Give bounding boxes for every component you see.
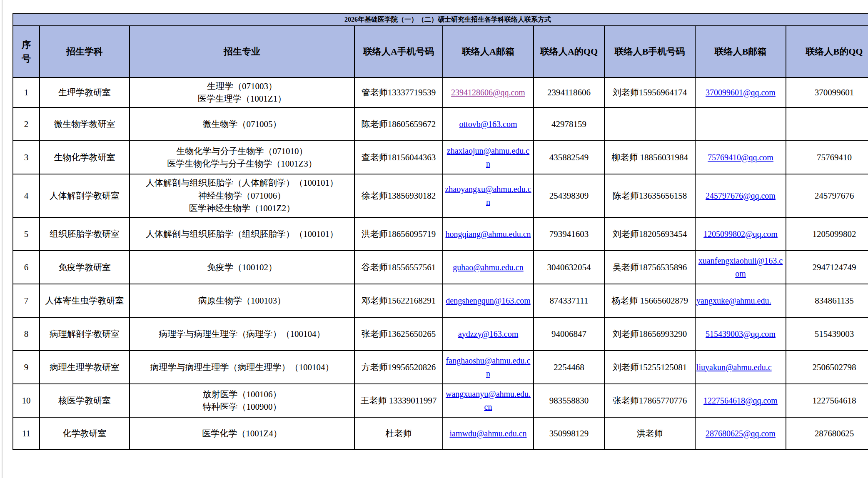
contact-a-qq-cell: 350998129 <box>534 417 604 450</box>
contact-b-phone-cell: 刘老师18656993290 <box>604 317 695 351</box>
contact-b-email-cell: liuyakun@ahmu.edu.c <box>695 351 786 384</box>
email-link[interactable]: zhaoyangxu@ahmu.edu.cn <box>445 184 531 207</box>
major-line: 生物化学与分子生物学（071010） <box>132 145 352 157</box>
email-link[interactable]: ottovb@163.com <box>459 120 517 129</box>
row-number-cell: 1 <box>13 77 40 107</box>
row-number-cell: 9 <box>13 351 40 384</box>
contact-b-email-cell: 287680625@qq.com <box>695 417 786 450</box>
major-line: 医学神经生物学（1001Z2） <box>132 202 352 214</box>
contact-b-qq-cell: 2506502798 <box>786 351 868 384</box>
contact-b-phone-cell: 柳老师 18856031984 <box>604 141 695 174</box>
contact-b-phone-cell: 杨老师 15665602879 <box>604 284 695 317</box>
contact-a-qq-cell: 983558830 <box>534 384 604 417</box>
table-row: 11化学教研室医学化学（1001Z4）杜老师iamwdu@ahmu.edu.cn… <box>13 417 868 450</box>
table-row: 7人体寄生虫学教研室病原生物学（100103）邓老师15622168291den… <box>13 284 868 317</box>
contact-a-email-cell: 2394128606@qq.com <box>443 77 534 107</box>
major-line: 人体解剖与组织胚胎学（人体解剖学）（100101） <box>132 177 352 189</box>
contact-a-qq-cell: 3040632054 <box>534 251 604 284</box>
major-cell: 医学化学（1001Z4） <box>130 417 354 450</box>
table-row: 10核医学教研室放射医学（100106）特种医学（100900）王老师 1333… <box>13 384 868 417</box>
contact-b-qq-cell: 515439003 <box>786 317 868 351</box>
major-cell: 放射医学（100106）特种医学（100900） <box>130 384 354 417</box>
email-link[interactable]: 245797676@qq.com <box>706 191 776 200</box>
email-link[interactable]: 370099601@qq.com <box>706 88 776 97</box>
contact-a-qq-cell: 254398309 <box>534 174 604 217</box>
email-link[interactable]: dengshengqun@163.com <box>446 296 530 305</box>
email-link[interactable]: iamwdu@ahmu.edu.cn <box>449 429 526 438</box>
discipline-cell: 病理生理学教研室 <box>40 351 130 384</box>
email-link[interactable]: 2394128606@qq.com <box>451 88 525 97</box>
contact-a-qq-cell: 94006847 <box>534 317 604 351</box>
column-header-row: 序号 招生学科 招生专业 联络人A手机号码 联络人A邮箱 联络人A的QQ 联络人… <box>13 26 868 77</box>
email-link[interactable]: fanghaoshu@ahmu.edu.cn <box>446 356 531 378</box>
contact-b-email-cell: yangxuke@ahmu.edu. <box>695 284 786 317</box>
major-cell: 生理学（071003）医学生理学（1001Z1） <box>130 77 354 107</box>
contact-a-qq-cell: 2394118606 <box>534 77 604 107</box>
major-line: 免疫学（100102） <box>132 261 352 274</box>
contact-b-qq-cell <box>786 107 868 141</box>
email-link[interactable]: aydzzy@163.com <box>458 329 518 339</box>
contact-b-qq-cell: 2947124749 <box>786 251 868 284</box>
email-link[interactable]: wangxuanyu@ahmu.edu.cn <box>446 389 531 411</box>
major-cell: 人体解剖与组织胚胎学（人体解剖学）（100101）神经生物学（071006）医学… <box>130 174 354 217</box>
contact-a-email-cell: aydzzy@163.com <box>443 317 534 351</box>
email-link[interactable]: 287680625@qq.com <box>706 429 776 438</box>
major-line: 生理学（071003） <box>132 80 352 92</box>
contact-b-phone-cell: 刘老师18205693454 <box>604 217 695 251</box>
row-number-cell: 7 <box>13 284 40 317</box>
email-link[interactable]: xuanfengxiaohuli@163.com <box>698 256 783 278</box>
major-line: 病理学与病理生理学（病理生理学）（100104） <box>132 361 352 373</box>
column-header-contact-b-qq: 联络人B的QQ <box>786 26 868 77</box>
contact-a-phone-cell: 张老师13625650265 <box>354 317 443 351</box>
discipline-cell: 生物化学教研室 <box>40 141 130 174</box>
discipline-cell: 病理解剖学教研室 <box>40 317 130 351</box>
email-link[interactable]: 1227564618@qq.com <box>703 396 778 405</box>
major-line: 人体解剖与组织胚胎学（组织胚胎学）（100101） <box>132 228 352 240</box>
contact-b-phone-cell <box>604 107 695 141</box>
contact-b-email-cell: 245797676@qq.com <box>695 174 786 217</box>
contact-a-email-cell: fanghaoshu@ahmu.edu.cn <box>443 351 534 384</box>
major-cell: 病理学与病理生理学（病理学）（100104） <box>130 317 354 351</box>
row-number-cell: 6 <box>13 251 40 284</box>
email-link[interactable]: guhao@ahmu.edu.cn <box>453 263 523 272</box>
major-line: 放射医学（100106） <box>132 388 352 401</box>
contact-b-phone-cell: 张老师17865770776 <box>604 384 695 417</box>
contact-a-email-cell: ottovb@163.com <box>443 107 534 141</box>
contact-a-phone-cell: 徐老师13856930182 <box>354 174 443 217</box>
contact-a-email-cell: wangxuanyu@ahmu.edu.cn <box>443 384 534 417</box>
column-header-contact-a-phone: 联络人A手机号码 <box>354 26 443 77</box>
contact-b-phone-cell: 刘老师15956964174 <box>604 77 695 107</box>
email-link[interactable]: 1205099802@qq.com <box>703 229 778 239</box>
discipline-cell: 人体解剖学教研室 <box>40 174 130 217</box>
table-row: 5组织胚胎学教研室人体解剖与组织胚胎学（组织胚胎学）（100101）洪老师186… <box>13 217 868 251</box>
contact-b-email-cell: 1227564618@qq.com <box>695 384 786 417</box>
email-link[interactable]: hongqiang@ahmu.edu.cn <box>445 229 531 239</box>
contact-b-qq-cell: 370099601 <box>786 77 868 107</box>
major-line: 病理学与病理生理学（病理学）（100104） <box>132 328 352 340</box>
table-row: 8病理解剖学教研室病理学与病理生理学（病理学）（100104）张老师136256… <box>13 317 868 351</box>
table-row: 3生物化学教研室生物化学与分子生物学（071010）医学生物化学与分子生物学（1… <box>13 141 868 174</box>
major-line: 医学生理学（1001Z1） <box>132 92 352 105</box>
contact-a-phone-cell: 洪老师18656095719 <box>354 217 443 251</box>
major-line: 微生物学（071005） <box>132 118 352 130</box>
discipline-cell: 核医学教研室 <box>40 384 130 417</box>
major-cell: 微生物学（071005） <box>130 107 354 141</box>
email-link[interactable]: 515439003@qq.com <box>706 329 776 339</box>
major-line: 医学生物化学与分子生物学（1001Z3） <box>132 157 352 170</box>
column-header-contact-b-email: 联络人B邮箱 <box>695 26 786 77</box>
title-row: 2026年基础医学院（一）（二）硕士研究生招生各学科联络人联系方式 <box>13 14 868 26</box>
email-link[interactable]: yangxuke@ahmu.edu. <box>696 296 771 305</box>
contact-b-email-cell: 515439003@qq.com <box>695 317 786 351</box>
email-link[interactable]: liuyakun@ahmu.edu.c <box>696 363 772 372</box>
table-row: 9病理生理学教研室病理学与病理生理学（病理生理学）（100104）方老师1995… <box>13 351 868 384</box>
email-link[interactable]: zhaxiaojun@ahmu.edu.cn <box>447 146 529 168</box>
table-row: 1生理学教研室生理学（071003）医学生理学（1001Z1）管老师133377… <box>13 77 868 107</box>
contact-a-phone-cell: 王老师 13339011997 <box>354 384 443 417</box>
email-link[interactable]: 75769410@qq.com <box>708 153 773 162</box>
contact-a-qq-cell: 435882549 <box>534 141 604 174</box>
contact-a-qq-cell: 42978159 <box>534 107 604 141</box>
page-title: 2026年基础医学院（一）（二）硕士研究生招生各学科联络人联系方式 <box>13 14 868 26</box>
major-cell: 免疫学（100102） <box>130 251 354 284</box>
major-line: 神经生物学（071006） <box>132 189 352 202</box>
page-edge-line <box>2 0 2 478</box>
